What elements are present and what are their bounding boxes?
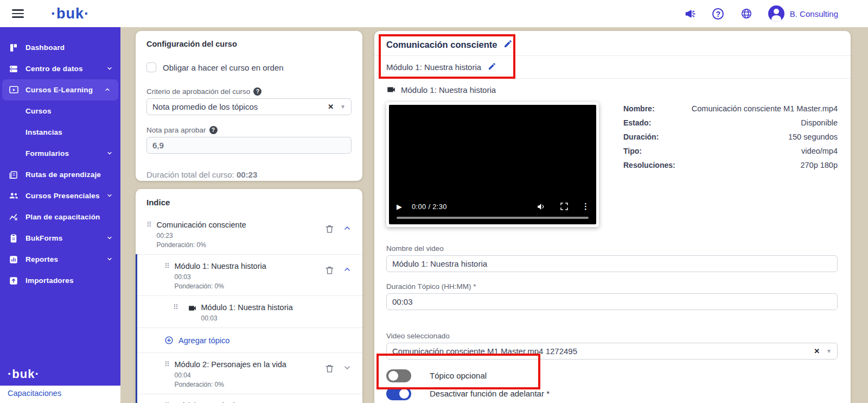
topic-duration-input[interactable] [386,293,838,310]
kebab-menu-icon[interactable]: ⋮ [582,202,590,211]
sidebar-item-dashboard[interactable]: Dashboard [0,37,120,58]
optional-topic-toggle[interactable] [386,369,411,382]
chevron-down-icon [106,149,113,159]
detail-course-title: Comunicación consciente [386,40,497,50]
plus-circle-icon [164,336,174,345]
drag-handle-icon[interactable]: ⠿ [146,221,151,249]
config-card-title: Configuración del curso [146,40,352,48]
index-module2-weight: Ponderación: 0% [175,381,317,388]
index-card-title: Indice [136,198,362,207]
total-duration: Duración total del curso: 00:23 [146,170,352,179]
detail-module-title-row: Módulo 1: Nuestra historia [374,56,851,78]
training-plan-icon [9,212,19,222]
video-name-label: Nombre del video [386,244,838,253]
meta-tipo-value: video/mp4 [642,147,838,155]
topbar: ·buk· ? B. Consulting [0,0,868,27]
index-module1-time: 00:03 [175,273,317,281]
buk-logo: ·buk· [51,5,90,22]
optional-topic-label: Tópico opcional [430,371,487,380]
criteria-select[interactable]: Nota promedio de los tópicos ✕ ▼ [146,98,352,115]
help-icon[interactable]: ? [712,7,725,20]
sidebar-item-plan-de-capacitacion[interactable]: Plan de capacitación [0,206,120,228]
passing-grade-help-icon[interactable]: ? [209,126,218,134]
user-name: B. Consulting [790,9,838,18]
selected-video-select[interactable]: Comunicación consciente M1 Master.mp4 12… [386,343,838,360]
index-module2-time: 00:04 [175,371,317,379]
meta-estado-value: Disponible [651,118,838,127]
meta-duracion-value: 150 segundos [659,133,838,141]
selected-video-value: Comunicación consciente M1 Master.mp4 12… [392,347,577,356]
video-metadata: Nombre:Comunicación consciente M1 Master… [623,102,838,227]
order-checkbox-label: Obligar a hacer el curso en orden [163,63,284,72]
topic-duration-label: Duración Tópico (HH:MM) * [386,282,838,291]
sidebar-item-rutas-de-aprendizaje[interactable]: Rutas de aprendizaje [0,164,120,185]
add-topic-button[interactable]: Agregar tópico [137,328,362,352]
main-content: Configuración del curso Obligar a hacer … [120,27,868,403]
chevron-down-icon [106,255,113,265]
expand-chevron-down-icon[interactable] [343,363,354,374]
video-player[interactable]: ▶ 0:00 / 2:30 ⋮ [389,105,596,224]
caret-down-icon[interactable]: ▼ [826,348,832,354]
meta-resoluciones-value: 270p 180p [675,161,838,169]
hamburger-menu-icon[interactable] [12,7,24,20]
capacitaciones-strip: Capacitaciones [0,386,120,403]
index-module1-row[interactable]: ⠿ Módulo 1: Nuestra historia 00:03 Ponde… [137,254,362,295]
fullscreen-icon[interactable] [560,202,569,211]
sidebar-nav: Dashboard Centro de datos Cursos E-Learn… [0,27,120,367]
collapse-chevron-up-icon[interactable] [343,224,354,235]
criteria-label: Criterio de aprobación del curso ? [146,87,352,96]
order-checkbox[interactable] [146,62,156,72]
index-course-time: 00:23 [157,232,317,240]
selected-video-label: Video seleccionado [386,332,838,340]
index-topic-time: 00:03 [201,314,354,322]
index-course-row[interactable]: ⠿ Comunicación consciente 00:23 Ponderac… [136,213,362,254]
video-progress-bar[interactable] [397,217,589,219]
index-module3-row[interactable]: ⠿ Módulo 3: Actitud [137,394,362,403]
index-module1-title: Módulo 1: Nuestra historia [175,262,317,270]
chevron-up-icon [104,85,111,95]
drag-handle-icon[interactable]: ⠿ [164,262,169,290]
globe-icon[interactable] [740,7,753,20]
sidebar-item-instancias[interactable]: Instancias [0,122,120,143]
avatar [768,5,784,22]
chevron-down-icon [106,191,113,201]
clear-icon[interactable]: ✕ [328,103,334,111]
collapse-chevron-up-icon[interactable] [343,265,354,276]
capacitaciones-link[interactable]: Capacitaciones [8,389,61,398]
trash-icon[interactable] [324,265,335,276]
video-camera-icon [386,85,396,95]
trash-icon[interactable] [324,363,335,374]
elearning-icon [9,85,19,95]
no-forward-toggle[interactable] [386,387,411,400]
video-time: 0:00 / 2:30 [412,203,447,211]
play-button-icon[interactable]: ▶ [397,203,402,211]
volume-icon[interactable] [537,202,546,211]
sidebar-item-cursos-elearning[interactable]: Cursos E-Learning [2,79,118,100]
criteria-help-icon[interactable]: ? [253,87,261,96]
video-name-input[interactable] [386,255,838,272]
trash-icon[interactable] [324,224,335,235]
optional-topic-row: Tópico opcional [374,367,851,385]
drag-handle-icon[interactable]: ⠿ [173,303,178,322]
edit-pencil-icon[interactable] [503,39,513,51]
database-icon [9,64,19,74]
index-topic-row[interactable]: ⠿ Módulo 1: Nuestra historia 00:03 [137,295,362,328]
passing-grade-input[interactable] [146,137,352,154]
sidebar-item-formularios[interactable]: Formularios [0,143,120,164]
edit-pencil-icon[interactable] [488,62,496,72]
index-module2-row[interactable]: ⠿ Módulo 2: Personajes en la vida 00:04 … [137,352,362,394]
people-icon [9,191,19,201]
drag-handle-icon[interactable]: ⠿ [164,360,169,388]
order-checkbox-row[interactable]: Obligar a hacer el curso en orden [146,62,352,72]
clear-icon[interactable]: ✕ [814,347,820,355]
caret-down-icon[interactable]: ▼ [340,104,346,110]
megaphone-icon[interactable] [684,7,697,20]
sidebar-item-bukforms[interactable]: BukForms [0,228,120,249]
detail-module-title: Módulo 1: Nuestra historia [386,62,481,72]
sidebar-item-cursos-presenciales[interactable]: Cursos Presenciales [0,185,120,206]
sidebar-item-importadores[interactable]: Importadores [0,270,120,291]
user-menu[interactable]: B. Consulting [768,5,838,22]
sidebar-item-reportes[interactable]: Reportes [0,249,120,270]
sidebar-item-centro-de-datos[interactable]: Centro de datos [0,58,120,79]
sidebar-item-cursos[interactable]: Cursos [0,100,120,122]
